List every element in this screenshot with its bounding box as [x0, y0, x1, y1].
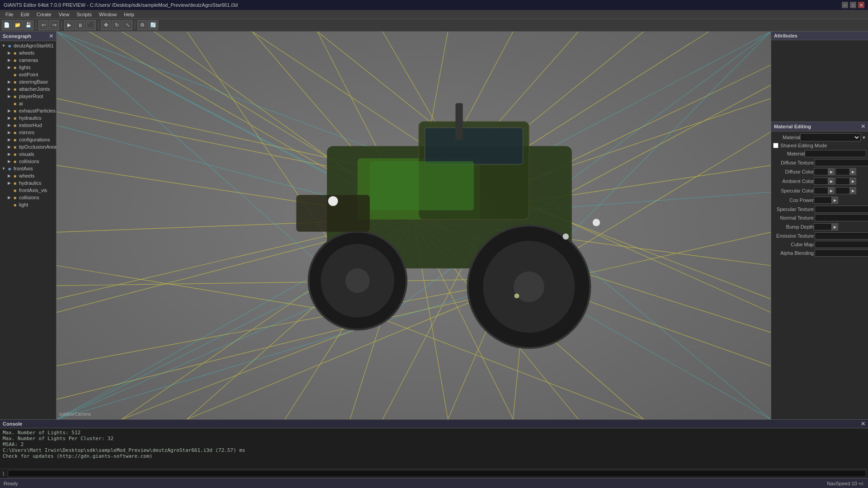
toggle-mirrors[interactable]: ▶: [6, 130, 12, 135]
menu-window[interactable]: Window: [95, 10, 120, 19]
tree-item-ai[interactable]: ▶ ■ ai: [0, 100, 56, 107]
ambient-color-input-g[interactable]: [835, 178, 850, 185]
specular-color-input-r[interactable]: 0: [814, 187, 828, 194]
specular-color-arrow2[interactable]: ▶: [850, 187, 856, 194]
tree-item-playerroot[interactable]: ▶ ■ playerRoot: [0, 93, 56, 100]
tree-item-exitpoint[interactable]: ▶ ■ exitPoint: [0, 71, 56, 78]
toggle-visuals[interactable]: ▶: [6, 151, 12, 157]
close-button[interactable]: ✕: [858, 2, 864, 8]
bump-depth-arrow[interactable]: ▶: [832, 223, 838, 230]
icon-configurations: ■: [12, 136, 18, 143]
toolbar-undo[interactable]: ↩: [38, 20, 48, 30]
toggle-attacherjoints[interactable]: ▶: [6, 86, 12, 92]
tree-item-steeringbase[interactable]: ▶ ■ steeringBase: [0, 78, 56, 85]
material-dropdown[interactable]: [800, 133, 861, 141]
toggle-fa-collisions[interactable]: ▶: [6, 195, 12, 200]
tree-item-exhaust[interactable]: ▶ ■ exhaustParticles: [0, 107, 56, 114]
tree-item-fa-collisions[interactable]: ▶ ■ collisions: [0, 194, 56, 201]
scenegraph-tree[interactable]: ▼ ■ deutzAgroStar661 ▶ ■ wheels ▶ ■ came…: [0, 41, 56, 419]
tree-item-cameras[interactable]: ▶ ■ cameras: [0, 56, 56, 64]
toggle-root[interactable]: ▼: [1, 43, 6, 48]
toolbar-open[interactable]: 📁: [13, 20, 23, 30]
toggle-fa-wheels[interactable]: ▶: [6, 173, 12, 178]
tree-item-configurations[interactable]: ▶ ■ configurations: [0, 136, 56, 143]
material-panel-close-button[interactable]: ✕: [861, 123, 865, 130]
toolbar-translate[interactable]: ✥: [101, 20, 111, 30]
scenegraph-close-button[interactable]: ✕: [49, 33, 53, 39]
icon-attacherjoints: ■: [12, 86, 18, 92]
normal-texture-input[interactable]: [815, 214, 868, 221]
specular-color-arrow[interactable]: ▶: [828, 187, 835, 194]
toggle-playerroot[interactable]: ▶: [6, 94, 12, 99]
tree-item-wheels[interactable]: ▶ ■ wheels: [0, 49, 56, 56]
menu-create[interactable]: Create: [33, 10, 55, 19]
diffuse-texture-input[interactable]: [815, 159, 868, 166]
toolbar-refresh[interactable]: 🔄: [148, 20, 158, 30]
cube-map-input[interactable]: [815, 241, 868, 248]
tree-item-frontaxis-vis[interactable]: ▶ ■ frontAxis_vis: [0, 187, 56, 194]
cos-power-arrow[interactable]: ▶: [832, 197, 838, 204]
toolbar-settings[interactable]: ⚙: [137, 20, 147, 30]
tree-item-attacherjoints[interactable]: ▶ ■ attacherJoints: [0, 85, 56, 93]
console-close-button[interactable]: ✕: [861, 421, 865, 427]
toggle-collisions[interactable]: ▶: [6, 159, 12, 164]
minimize-button[interactable]: ─: [842, 2, 848, 8]
alpha-blending-input[interactable]: [815, 249, 868, 257]
toggle-configurations[interactable]: ▶: [6, 137, 12, 142]
toolbar-stop[interactable]: ⬛: [86, 20, 96, 30]
toolbar-redo[interactable]: ↪: [49, 20, 59, 30]
tree-item-collisions[interactable]: ▶ ■ collisions: [0, 158, 56, 165]
toolbar-pause[interactable]: ⏸: [75, 20, 85, 30]
menu-scripts[interactable]: Scripts: [73, 10, 95, 19]
toggle-wheels[interactable]: ▶: [6, 50, 12, 56]
material-field-input[interactable]: [805, 150, 866, 157]
toggle-steeringbase[interactable]: ▶: [6, 79, 12, 84]
specular-texture-input[interactable]: [815, 206, 868, 213]
emissive-texture-input[interactable]: [815, 232, 868, 239]
tree-item-hydraulics[interactable]: ▶ ■ hydraulics: [0, 114, 56, 122]
tree-item-lights[interactable]: ▶ ■ lights: [0, 64, 56, 71]
viewport[interactable]: outdoorCamera: [57, 32, 771, 419]
specular-color-input-g[interactable]: [835, 187, 850, 194]
attributes-title: Attributes: [774, 33, 797, 38]
shared-editing-checkbox[interactable]: [773, 143, 778, 148]
toggle-cameras[interactable]: ▶: [6, 57, 12, 63]
diffuse-color-arrow[interactable]: ▶: [828, 168, 835, 175]
tree-item-mirrors[interactable]: ▶ ■ mirrors: [0, 129, 56, 136]
toggle-hydraulics[interactable]: ▶: [6, 115, 12, 121]
tree-item-fa-wheels[interactable]: ▶ ■ wheels: [0, 172, 56, 179]
toggle-frontaxis[interactable]: ▼: [1, 166, 6, 171]
ambient-color-arrow2[interactable]: ▶: [850, 178, 856, 185]
diffuse-color-input-g[interactable]: [835, 168, 850, 175]
maximize-button[interactable]: □: [850, 2, 856, 8]
bump-depth-input[interactable]: 0: [814, 223, 832, 230]
tree-item-frontaxis[interactable]: ▼ ■ frontAxis: [0, 165, 56, 172]
tree-item-fa-hydraulics[interactable]: ▶ ■ hydraulics: [0, 179, 56, 187]
tree-item-light[interactable]: ▶ ■ light: [0, 201, 56, 208]
toggle-exhaust[interactable]: ▶: [6, 108, 12, 113]
toggle-fa-hydraulics[interactable]: ▶: [6, 180, 12, 186]
tree-item-root[interactable]: ▼ ■ deutzAgroStar661: [0, 42, 56, 49]
cos-power-input[interactable]: 20: [814, 197, 832, 204]
diffuse-color-input-r[interactable]: 0: [814, 168, 828, 175]
toolbar-scale[interactable]: ⤡: [123, 20, 132, 30]
ambient-color-input-r[interactable]: 0: [814, 178, 828, 185]
toolbar-new[interactable]: 📄: [2, 20, 12, 30]
tree-item-tipocclusion[interactable]: ▶ ■ tipOcclusionArea: [0, 143, 56, 150]
toolbar-save[interactable]: 💾: [24, 20, 33, 30]
menu-view[interactable]: View: [55, 10, 73, 19]
menu-file[interactable]: File: [2, 10, 17, 19]
console-input[interactable]: [8, 470, 866, 477]
diffuse-color-arrow2[interactable]: ▶: [850, 168, 856, 175]
toggle-lights[interactable]: ▶: [6, 65, 12, 70]
toggle-tipocclusion[interactable]: ▶: [6, 144, 12, 150]
ambient-color-arrow[interactable]: ▶: [828, 178, 835, 185]
menu-edit[interactable]: Edit: [17, 10, 33, 19]
toolbar-rotate[interactable]: ↻: [112, 20, 122, 30]
tree-item-visuals[interactable]: ▶ ■ visuals: [0, 150, 56, 158]
material-dropdown-arrow[interactable]: ▼: [861, 135, 866, 140]
toolbar-play[interactable]: ▶: [64, 20, 74, 30]
tree-item-indoorhud[interactable]: ▶ ■ indoorHud: [0, 122, 56, 129]
toggle-indoorhud[interactable]: ▶: [6, 122, 12, 128]
menu-help[interactable]: Help: [120, 10, 138, 19]
